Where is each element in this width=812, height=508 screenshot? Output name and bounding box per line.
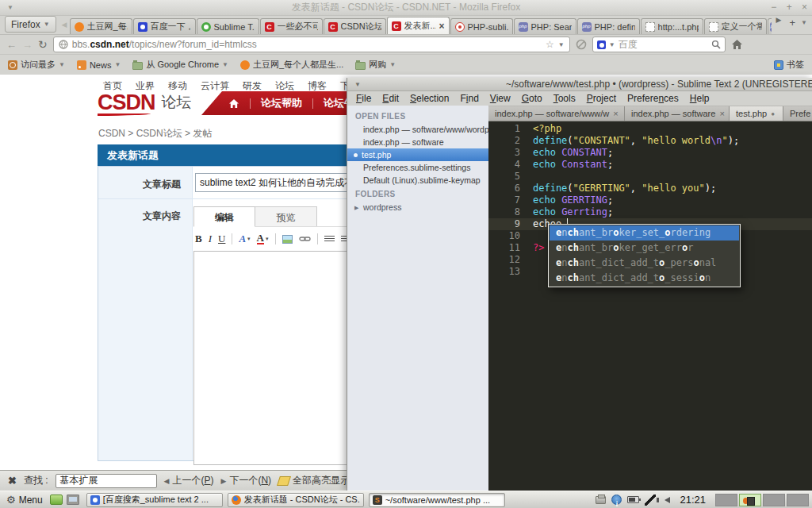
- code-line[interactable]: 1<?php: [488, 123, 812, 135]
- tab-preview[interactable]: 预览: [255, 206, 317, 227]
- search-bar[interactable]: ▼ 百度: [592, 37, 726, 52]
- bookmark-item[interactable]: 访问最多▼: [8, 59, 65, 71]
- csdn-logo[interactable]: CSDN 论坛: [98, 92, 192, 114]
- open-file-item[interactable]: index.php — software: [347, 136, 488, 148]
- menu-goto[interactable]: Goto: [516, 93, 548, 104]
- underline-icon[interactable]: U: [218, 233, 225, 245]
- code-line[interactable]: 4echo Constant;: [488, 159, 812, 171]
- maximize-button[interactable]: +: [787, 2, 792, 13]
- menu-help[interactable]: Help: [684, 93, 715, 104]
- firefox-tab[interactable]: 一些必不可...: [260, 18, 323, 34]
- menu-preferences[interactable]: Preferences: [622, 93, 684, 104]
- find-next-button[interactable]: ▶下一个(N): [221, 474, 272, 487]
- folder-item[interactable]: wordpress: [347, 201, 488, 214]
- bookmark-item[interactable]: News▼: [77, 60, 121, 70]
- editor-tab[interactable]: Prefe: [783, 106, 812, 121]
- bookmark-star-icon[interactable]: ☆: [546, 39, 554, 50]
- firefox-app-button[interactable]: Firefox ▼: [5, 16, 56, 33]
- code-line[interactable]: 3echo CONSTANT;: [488, 147, 812, 159]
- speaker-icon[interactable]: [665, 497, 670, 503]
- highlight-color-icon[interactable]: A▾: [257, 233, 269, 244]
- forward-button[interactable]: →: [22, 39, 33, 51]
- csdn-nav-link[interactable]: 研发: [243, 79, 262, 93]
- window-menu-icon[interactable]: ▼: [354, 81, 361, 88]
- firefox-tab[interactable]: 定义一个常...: [704, 18, 767, 34]
- bold-icon[interactable]: B: [195, 233, 202, 245]
- csdn-nav-link[interactable]: 移动: [168, 79, 187, 93]
- list-all-tabs-icon[interactable]: ▼: [801, 19, 807, 26]
- editor-tab[interactable]: index.php — software/www/w×: [488, 106, 625, 121]
- csdn-nav-link[interactable]: 云计算: [201, 79, 229, 93]
- autocomplete-item[interactable]: enchant_dict_add_to_session: [550, 271, 739, 286]
- firefox-tab[interactable]: CSDN论坛...: [324, 18, 386, 34]
- menu-project[interactable]: Project: [581, 93, 622, 104]
- taskbar-window-button[interactable]: [百度搜索_sublime text 2 ...: [86, 493, 223, 507]
- text-color-icon[interactable]: A▾: [239, 233, 250, 245]
- search-icon[interactable]: [711, 40, 721, 49]
- firefox-tab[interactable]: 百度一下，...: [133, 18, 196, 34]
- new-tab-button[interactable]: +: [789, 17, 795, 29]
- bookmark-item[interactable]: 网购▼: [355, 59, 396, 71]
- show-desktop-icon[interactable]: [50, 495, 63, 505]
- autocomplete-item[interactable]: enchant_broker_get_error: [550, 241, 739, 256]
- find-previous-button[interactable]: ◀上一个(P): [164, 474, 214, 487]
- home-icon[interactable]: [228, 98, 239, 109]
- code-line[interactable]: 7echo GERRTING;: [488, 194, 812, 206]
- battery-icon[interactable]: [627, 496, 639, 503]
- open-file-item[interactable]: test.php: [347, 148, 488, 161]
- open-file-item[interactable]: index.php — software/www/wordpress: [347, 123, 488, 136]
- align-left-icon[interactable]: [324, 236, 335, 243]
- close-button[interactable]: ×: [802, 2, 807, 13]
- csdn-nav-link[interactable]: 博客: [308, 79, 327, 93]
- tab-scroll-right-icon[interactable]: ▶: [776, 16, 782, 24]
- forum-nav-link[interactable]: 论坛帮助: [261, 96, 302, 110]
- findbar-close-icon[interactable]: ✖: [8, 475, 17, 487]
- open-file-item[interactable]: Preferences.sublime-settings: [347, 161, 488, 174]
- code-line[interactable]: 5: [488, 171, 812, 183]
- back-button[interactable]: ←: [6, 39, 17, 51]
- workspace-cell[interactable]: [763, 494, 785, 506]
- search-engine-dropdown-icon[interactable]: ▼: [609, 41, 615, 48]
- workspace-cell[interactable]: [715, 494, 737, 506]
- insert-image-icon[interactable]: [282, 235, 293, 244]
- menu-file[interactable]: File: [350, 93, 377, 104]
- menu-selection[interactable]: Selection: [404, 93, 454, 104]
- topic-title-input[interactable]: sublime text2 如何让他的自动完成不那么2X: [195, 173, 363, 192]
- menu-edit[interactable]: Edit: [377, 93, 404, 104]
- tab-close-icon[interactable]: ×: [719, 109, 724, 118]
- menu-view[interactable]: View: [485, 93, 516, 104]
- find-input[interactable]: 基本扩展: [56, 474, 157, 488]
- firefox-tab[interactable]: http:...t.php: [641, 18, 703, 34]
- taskbar-window-button[interactable]: ~/software/www/test.php ...: [369, 493, 505, 507]
- insert-link-icon[interactable]: [299, 235, 311, 243]
- menu-tools[interactable]: Tools: [548, 93, 581, 104]
- italic-icon[interactable]: I: [209, 233, 212, 245]
- firefox-tab[interactable]: 发表新...×: [387, 17, 450, 34]
- minimize-button[interactable]: −: [771, 2, 776, 13]
- bookmarks-sidebar-toggle[interactable]: 书签: [774, 59, 804, 71]
- printer-icon[interactable]: [596, 496, 606, 504]
- url-dropdown-icon[interactable]: ▼: [558, 41, 565, 48]
- firefox-tab[interactable]: PHP-subli...: [450, 18, 513, 34]
- bookmark-item[interactable]: 土豆网_每个人都是生...: [240, 59, 343, 71]
- bookmark-item[interactable]: 从 Google Chrome▼: [132, 59, 228, 71]
- firefox-tab[interactable]: PHP: defin...: [577, 18, 640, 34]
- firefox-tab[interactable]: Sublime T...: [197, 18, 259, 34]
- breadcrumb[interactable]: CSDN > CSDN论坛 > 发帖: [98, 127, 212, 140]
- open-file-item[interactable]: Default (Linux).sublime-keymap: [347, 174, 488, 187]
- csdn-nav-link[interactable]: 论坛: [275, 79, 294, 93]
- shield-icon[interactable]: [611, 495, 622, 505]
- tab-scroll-left-icon[interactable]: ◀: [62, 21, 67, 29]
- firefox-tab[interactable]: 土豆网_每...: [70, 18, 132, 34]
- window-menu-icon[interactable]: ▼: [7, 4, 13, 11]
- tab-close-icon[interactable]: ×: [439, 21, 445, 32]
- firefox-tab[interactable]: PHP: Sear...: [514, 18, 576, 34]
- url-bar[interactable]: bbs.csdn.net/topics/new?forum_id=htmlcss…: [53, 37, 570, 52]
- code-line[interactable]: 6define("GERRTING", "hello you");: [488, 183, 812, 194]
- menu-button[interactable]: ⚙ Menu: [3, 494, 46, 506]
- sublime-titlebar[interactable]: ▼ ~/software/www/test.php • (wordpress) …: [347, 78, 812, 91]
- firefox-tab[interactable]: p: [768, 18, 772, 34]
- tab-close-icon[interactable]: ×: [613, 109, 618, 118]
- search-engine-icon[interactable]: [597, 40, 606, 49]
- workspace-cell[interactable]: [787, 494, 809, 506]
